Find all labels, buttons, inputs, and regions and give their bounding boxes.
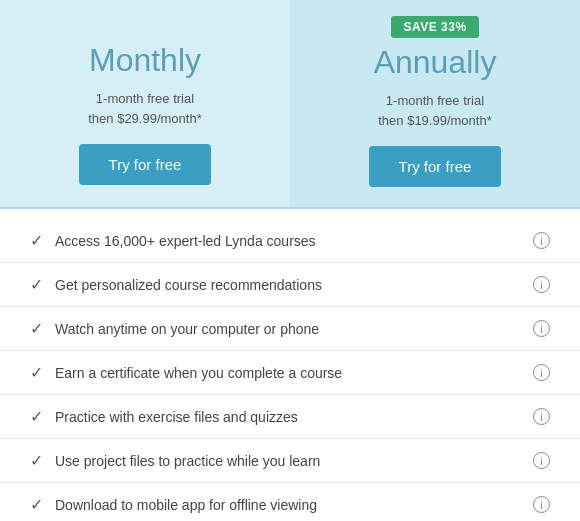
checkmark-icon-2: ✓ xyxy=(30,319,43,338)
annual-plan-title: Annually xyxy=(374,44,497,81)
feature-text-5: Use project files to practice while you … xyxy=(55,453,525,469)
feature-item-0: ✓ Access 16,000+ expert-led Lynda course… xyxy=(0,219,580,263)
info-icon-1[interactable]: i xyxy=(533,276,550,293)
pricing-header: Monthly 1-month free trial then $29.99/m… xyxy=(0,0,580,209)
checkmark-icon-6: ✓ xyxy=(30,495,43,514)
monthly-trial-info: 1-month free trial then $29.99/month* xyxy=(88,89,201,128)
info-icon-4[interactable]: i xyxy=(533,408,550,425)
info-icon-3[interactable]: i xyxy=(533,364,550,381)
save-badge: SAVE 33% xyxy=(391,16,478,38)
feature-item-2: ✓ Watch anytime on your computer or phon… xyxy=(0,307,580,351)
monthly-plan-title: Monthly xyxy=(89,42,201,79)
feature-item-5: ✓ Use project files to practice while yo… xyxy=(0,439,580,483)
feature-text-3: Earn a certificate when you complete a c… xyxy=(55,365,525,381)
feature-text-1: Get personalized course recommendations xyxy=(55,277,525,293)
features-list: ✓ Access 16,000+ expert-led Lynda course… xyxy=(0,209,580,521)
feature-text-2: Watch anytime on your computer or phone xyxy=(55,321,525,337)
feature-text-6: Download to mobile app for offline viewi… xyxy=(55,497,525,513)
features-container: ✓ Access 16,000+ expert-led Lynda course… xyxy=(0,209,580,521)
info-icon-2[interactable]: i xyxy=(533,320,550,337)
feature-item-6: ✓ Download to mobile app for offline vie… xyxy=(0,483,580,521)
checkmark-icon-3: ✓ xyxy=(30,363,43,382)
feature-item-4: ✓ Practice with exercise files and quizz… xyxy=(0,395,580,439)
feature-item-1: ✓ Get personalized course recommendation… xyxy=(0,263,580,307)
annual-price-line: then $19.99/month* xyxy=(378,111,491,131)
feature-text-4: Practice with exercise files and quizzes xyxy=(55,409,525,425)
annual-try-button[interactable]: Try for free xyxy=(369,146,502,187)
monthly-plan-col: Monthly 1-month free trial then $29.99/m… xyxy=(0,0,290,207)
monthly-price-line: then $29.99/month* xyxy=(88,109,201,129)
checkmark-icon-5: ✓ xyxy=(30,451,43,470)
annual-trial-info: 1-month free trial then $19.99/month* xyxy=(378,91,491,130)
annual-plan-col: SAVE 33% Annually 1-month free trial the… xyxy=(290,0,580,207)
checkmark-icon-4: ✓ xyxy=(30,407,43,426)
info-icon-5[interactable]: i xyxy=(533,452,550,469)
checkmark-icon-1: ✓ xyxy=(30,275,43,294)
feature-text-0: Access 16,000+ expert-led Lynda courses xyxy=(55,233,525,249)
monthly-try-button[interactable]: Try for free xyxy=(79,144,212,185)
monthly-trial-line1: 1-month free trial xyxy=(88,89,201,109)
checkmark-icon-0: ✓ xyxy=(30,231,43,250)
feature-item-3: ✓ Earn a certificate when you complete a… xyxy=(0,351,580,395)
info-icon-6[interactable]: i xyxy=(533,496,550,513)
info-icon-0[interactable]: i xyxy=(533,232,550,249)
annual-trial-line1: 1-month free trial xyxy=(378,91,491,111)
